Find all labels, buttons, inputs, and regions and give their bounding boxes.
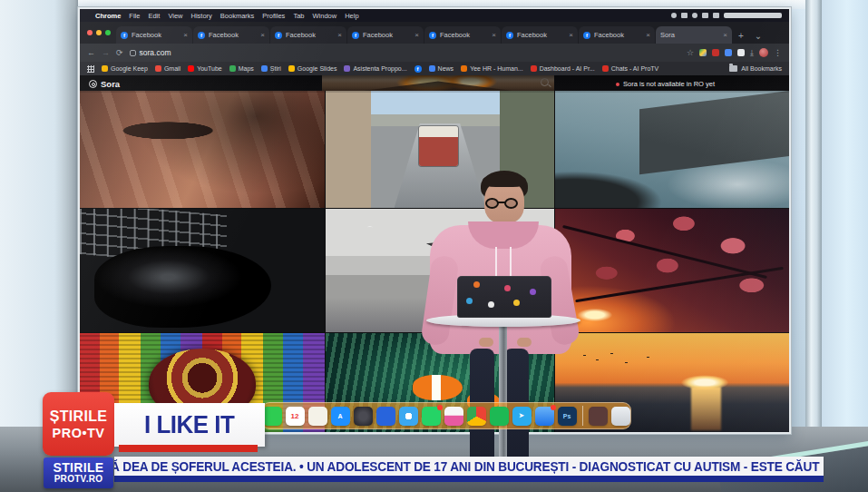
menu-item-profiles[interactable]: Profiles (262, 12, 285, 20)
menu-item-file[interactable]: File (129, 12, 140, 20)
bookmark-chats-ai[interactable]: Chats - AI ProTV (602, 65, 659, 72)
extension-icon[interactable] (725, 49, 732, 56)
telegram-icon[interactable]: ➤ (512, 407, 532, 426)
back-icon[interactable]: ← (87, 48, 95, 57)
favicon (229, 65, 236, 72)
laptop-sticker (488, 301, 494, 308)
close-window-button[interactable] (87, 30, 93, 35)
video-thumbnail-ocean-cliff[interactable] (555, 91, 789, 208)
presenter-hair-fringe (483, 174, 526, 187)
whatsapp-icon[interactable] (422, 407, 441, 426)
downloads-icon[interactable]: ⤓ (750, 48, 754, 58)
forward-icon[interactable]: → (102, 48, 110, 57)
spotify-icon[interactable] (490, 407, 509, 426)
headline-banner: I LIKE IT (114, 403, 265, 447)
apps-grid-icon[interactable] (87, 65, 94, 73)
menu-item-window[interactable]: Window (312, 12, 336, 20)
downloads-folder-icon[interactable] (589, 407, 608, 426)
bookmark-stiri[interactable]: Știri (261, 65, 281, 72)
tab-facebook[interactable]: fFacebook× (579, 26, 655, 44)
trash-icon[interactable] (611, 407, 630, 426)
sora-brand[interactable]: Sora (89, 79, 120, 89)
bookmark-star-icon[interactable]: ☆ (687, 48, 694, 57)
status-icon[interactable] (702, 13, 708, 18)
bookmark-asistenta[interactable]: Asistenta Proppo... (344, 65, 406, 72)
photoshop-icon[interactable]: Ps (558, 407, 577, 426)
menu-item-chrome[interactable]: Chrome (95, 12, 121, 20)
tab-sora[interactable]: Sora× (656, 26, 732, 44)
tab-close-icon[interactable]: × (337, 31, 342, 39)
dock-separator (582, 406, 583, 426)
reload-icon[interactable]: ⟳ (116, 48, 123, 57)
new-tab-button[interactable]: + (733, 31, 749, 44)
menu-item-tab[interactable]: Tab (293, 12, 304, 20)
battery-icon[interactable] (713, 13, 719, 18)
extension-icon[interactable] (699, 49, 707, 56)
bookmark-youtube[interactable]: YouTube (188, 65, 222, 72)
menu-bar-clock[interactable] (724, 13, 782, 18)
all-bookmarks[interactable]: All Bookmarks (729, 65, 782, 72)
bookmark-label: Maps (239, 65, 254, 72)
keynote-icon[interactable] (376, 407, 395, 426)
photos-icon[interactable] (444, 407, 463, 426)
menu-item-history[interactable]: History (191, 12, 212, 20)
extension-icon[interactable] (737, 49, 745, 56)
bookmark-facebook[interactable]: f (414, 65, 422, 73)
app-store-icon[interactable]: A (331, 407, 350, 426)
bookmark-google-keep[interactable]: Google Keep (102, 65, 148, 72)
zoom-window-button[interactable] (105, 30, 111, 35)
safari-icon[interactable] (399, 407, 418, 426)
extension-icon[interactable] (712, 49, 719, 56)
facebook-favicon: f (121, 32, 128, 39)
menu-item-help[interactable]: Help (345, 12, 358, 20)
tab-close-icon[interactable]: × (414, 31, 419, 39)
tab-close-icon[interactable]: × (492, 31, 496, 39)
tab-close-icon[interactable]: × (723, 31, 727, 39)
menu-item-bookmarks[interactable]: Bookmarks (220, 12, 255, 20)
menu-item-view[interactable]: View (168, 12, 182, 20)
news-ticker: Ă DEA DE ȘOFERUL ACESTEIA. • UN ADOLESCE… (114, 457, 824, 476)
chrome-icon[interactable] (467, 407, 486, 426)
tab-facebook[interactable]: fFacebook× (193, 26, 269, 44)
status-icon[interactable] (671, 13, 677, 18)
logo-line1: STIRILE (54, 461, 104, 474)
chrome-menu-icon[interactable]: ⋮ (774, 48, 782, 57)
status-icon[interactable] (681, 13, 688, 18)
facetime-icon[interactable] (263, 407, 282, 426)
favicon (188, 65, 194, 72)
profile-avatar[interactable] (759, 48, 768, 57)
mail-icon[interactable] (535, 407, 554, 426)
tab-facebook[interactable]: fFacebook× (116, 26, 192, 44)
camera-icon[interactable] (354, 407, 373, 426)
minimize-window-button[interactable] (96, 30, 102, 35)
favicon (155, 65, 161, 72)
tab-facebook[interactable]: fFacebook× (424, 26, 501, 44)
tab-close-icon[interactable]: × (569, 31, 573, 39)
bookmark-yee-hr[interactable]: Yee HR - Human... (461, 65, 523, 72)
tab-facebook[interactable]: fFacebook× (347, 26, 424, 44)
sora-brand-label: Sora (101, 79, 120, 89)
tab-facebook[interactable]: fFacebook× (502, 26, 578, 44)
notes-icon[interactable] (308, 407, 327, 426)
calendar-icon[interactable]: 12 (286, 407, 305, 426)
address-bar[interactable]: sora.com (130, 48, 680, 57)
tab-close-icon[interactable]: × (260, 31, 265, 39)
bookmark-dashboard-ai[interactable]: Dashboard - AI Pr... (531, 65, 595, 72)
presenter-hand (517, 338, 532, 347)
bookmark-news[interactable]: News (429, 65, 454, 72)
tab-close-icon[interactable]: × (183, 31, 188, 39)
video-thumbnail-cherry-blossom[interactable] (555, 209, 789, 332)
tab-facebook[interactable]: fFacebook× (270, 26, 346, 44)
site-info-icon[interactable] (130, 50, 136, 56)
video-thumbnail-face-closeup[interactable] (80, 91, 325, 208)
video-thumbnail-gallery-sculpture[interactable] (80, 209, 325, 332)
bookmark-gmail[interactable]: Gmail (155, 65, 180, 72)
tab-close-icon[interactable]: × (646, 31, 650, 39)
url-text[interactable]: sora.com (140, 48, 171, 57)
status-icon[interactable] (692, 13, 697, 18)
tab-search-icon[interactable]: ⌄ (749, 31, 767, 44)
bookmark-google-slides[interactable]: Google Slides (288, 65, 337, 72)
menu-item-edit[interactable]: Edit (148, 12, 160, 20)
bookmark-label: Asistenta Proppo... (353, 65, 406, 72)
bookmark-maps[interactable]: Maps (229, 65, 254, 72)
